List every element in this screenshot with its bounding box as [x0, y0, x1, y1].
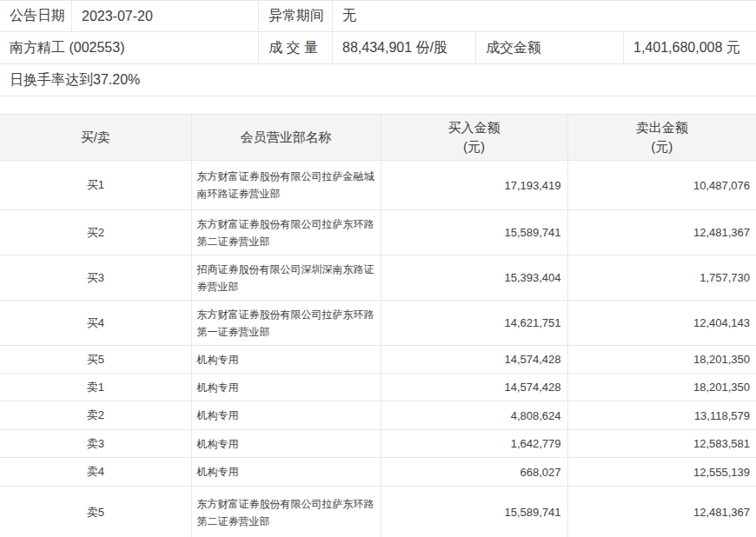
branch-cell: 机构专用 — [191, 458, 381, 487]
sell-amount-cell: 18,201,350 — [567, 346, 756, 374]
branch-cell: 东方财富证券股份有限公司拉萨东环路第二证券营业部 — [191, 210, 381, 255]
branch-cell: 东方财富证券股份有限公司拉萨金融城南环路证券营业部 — [191, 161, 381, 210]
announce-date-value: 2023-07-20 — [72, 1, 259, 31]
sell-amount-cell: 12,481,367 — [567, 487, 756, 537]
header-sell: 卖出金额 (元) — [567, 115, 756, 161]
branch-cell: 机构专用 — [191, 401, 381, 430]
buy-amount-cell: 15,393,404 — [381, 255, 567, 301]
info-row-announcement: 公告日期 2023-07-20 异常期间 无 — [0, 1, 756, 32]
table-row: 买4 东方财富证券股份有限公司拉萨东环路第一证券营业部 14,621,751 1… — [0, 301, 756, 346]
table-row: 卖5 东方财富证券股份有限公司拉萨东环路第二证券营业部 15,589,741 1… — [0, 487, 756, 537]
buy-amount-cell: 14,574,428 — [381, 374, 567, 401]
table-row: 卖1 机构专用 14,574,428 18,201,350 — [0, 374, 756, 401]
side-cell: 买1 — [0, 161, 191, 210]
branch-cell: 机构专用 — [191, 346, 381, 374]
sell-amount-cell: 12,583,581 — [567, 430, 756, 458]
buy-amount-cell: 1,642,779 — [381, 430, 567, 458]
branch-cell: 招商证券股份有限公司深圳深南东路证券营业部 — [191, 255, 381, 301]
table-row: 买3 招商证券股份有限公司深圳深南东路证券营业部 15,393,404 1,75… — [0, 255, 756, 301]
buy-amount-cell: 14,621,751 — [381, 301, 567, 346]
side-cell: 买2 — [0, 210, 191, 255]
table-row: 卖3 机构专用 1,642,779 12,583,581 — [0, 430, 756, 458]
side-cell: 卖2 — [0, 401, 191, 430]
side-cell: 买4 — [0, 301, 191, 346]
sell-amount-cell: 12,404,143 — [567, 301, 756, 346]
table-row: 买1 东方财富证券股份有限公司拉萨金融城南环路证券营业部 17,193,419 … — [0, 161, 756, 210]
branch-cell: 机构专用 — [191, 430, 381, 458]
side-cell: 卖1 — [0, 374, 191, 401]
table-row: 卖4 机构专用 668,027 12,555,139 — [0, 458, 756, 487]
buy-amount-cell: 14,574,428 — [381, 346, 567, 374]
table-row: 买5 机构专用 14,574,428 18,201,350 — [0, 346, 756, 374]
buy-amount-cell: 668,027 — [381, 458, 567, 487]
abnormal-period-value: 无 — [333, 1, 756, 31]
amount-value: 1,401,680,008 元 — [624, 32, 756, 63]
branch-cell: 东方财富证券股份有限公司拉萨东环路第二证券营业部 — [191, 487, 381, 537]
table-row: 买2 东方财富证券股份有限公司拉萨东环路第二证券营业部 15,589,741 1… — [0, 210, 756, 255]
spacer — [0, 96, 756, 114]
buy-amount-cell: 15,589,741 — [381, 487, 567, 537]
header-buy-unit: (元) — [382, 137, 567, 156]
header-branch: 会员营业部名称 — [191, 115, 381, 161]
info-row-volume: 南方精工 (002553) 成 交 量 88,434,901 份/股 成交金额 … — [0, 32, 756, 64]
volume-label: 成 交 量 — [259, 32, 333, 63]
side-cell: 买3 — [0, 255, 191, 301]
turnover-note: 日换手率达到37.20% — [0, 64, 756, 96]
sell-amount-cell: 18,201,350 — [567, 374, 756, 401]
table-row: 卖2 机构专用 4,808,624 13,118,579 — [0, 401, 756, 430]
side-cell: 卖3 — [0, 430, 191, 458]
buy-amount-cell: 4,808,624 — [381, 401, 567, 430]
table-header-row: 买/卖 会员营业部名称 买入金额 (元) 卖出金额 (元) — [0, 115, 756, 161]
sell-amount-cell: 12,481,367 — [567, 210, 756, 255]
stock-info-panel: 公告日期 2023-07-20 异常期间 无 南方精工 (002553) 成 交… — [0, 0, 756, 96]
sell-amount-cell: 13,118,579 — [567, 401, 756, 430]
side-cell: 卖4 — [0, 458, 191, 487]
side-cell: 买5 — [0, 346, 191, 374]
header-side: 买/卖 — [0, 115, 191, 161]
buy-amount-cell: 15,589,741 — [381, 210, 567, 255]
announce-date-label: 公告日期 — [0, 1, 72, 31]
info-row-turnover: 日换手率达到37.20% — [0, 64, 756, 96]
header-sell-label: 卖出金额 — [569, 118, 756, 137]
volume-value: 88,434,901 份/股 — [333, 32, 476, 63]
sell-amount-cell: 12,555,139 — [567, 458, 756, 487]
buy-amount-cell: 17,193,419 — [381, 161, 567, 210]
stock-name: 南方精工 (002553) — [0, 32, 259, 63]
broker-seats-table: 买/卖 会员营业部名称 买入金额 (元) 卖出金额 (元) 买1 东方财富证券股… — [0, 114, 756, 537]
branch-cell: 东方财富证券股份有限公司拉萨东环路第一证券营业部 — [191, 301, 381, 346]
header-buy: 买入金额 (元) — [381, 115, 567, 161]
header-buy-label: 买入金额 — [382, 118, 567, 137]
sell-amount-cell: 10,487,076 — [567, 161, 756, 210]
header-sell-unit: (元) — [569, 137, 756, 156]
side-cell: 卖5 — [0, 487, 191, 537]
amount-label: 成交金额 — [476, 32, 624, 63]
abnormal-period-label: 异常期间 — [259, 1, 333, 31]
sell-amount-cell: 1,757,730 — [567, 255, 756, 301]
branch-cell: 机构专用 — [191, 374, 381, 401]
